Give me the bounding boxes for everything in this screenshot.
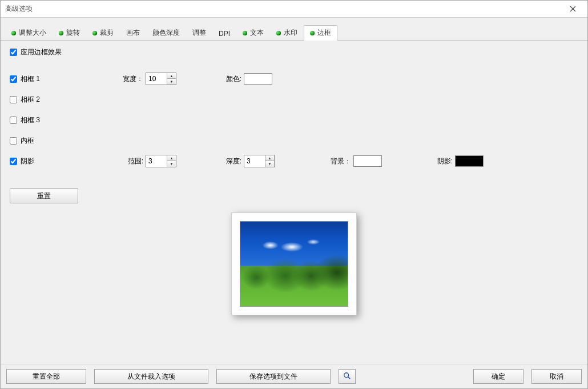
width-down-button[interactable]: ▼ bbox=[167, 79, 176, 85]
depth-label: 深度: bbox=[216, 157, 244, 166]
tab-color-depth[interactable]: 颜色深度 bbox=[146, 25, 186, 40]
status-dot-icon bbox=[310, 31, 315, 35]
range-down-button[interactable]: ▼ bbox=[167, 161, 176, 167]
depth-spinner[interactable]: ▲ ▼ bbox=[244, 155, 275, 167]
color-swatch[interactable] bbox=[244, 73, 272, 85]
tab-watermark[interactable]: 水印 bbox=[270, 25, 304, 40]
width-spinner[interactable]: ▲ ▼ bbox=[146, 73, 176, 85]
cancel-button[interactable]: 取消 bbox=[531, 369, 582, 384]
range-spinner[interactable]: ▲ ▼ bbox=[146, 155, 176, 167]
tab-canvas[interactable]: 画布 bbox=[120, 25, 146, 40]
bg-label: 背景： bbox=[326, 157, 353, 166]
width-label: 宽度： bbox=[118, 74, 146, 84]
tab-border[interactable]: 边框 bbox=[304, 25, 337, 41]
color-label: 颜色: bbox=[216, 74, 244, 84]
reset-all-button[interactable]: 重置全部 bbox=[6, 369, 86, 384]
close-button[interactable] bbox=[561, 1, 584, 17]
shadow-color-label: 阴影: bbox=[428, 157, 455, 166]
bottom-bar: 重置全部 从文件载入选项 保存选项到文件 确定 取消 bbox=[1, 364, 587, 388]
ok-button[interactable]: 确定 bbox=[473, 369, 523, 384]
tab-rotate[interactable]: 旋转 bbox=[53, 25, 86, 40]
svg-point-0 bbox=[344, 372, 349, 377]
reset-button[interactable]: 重置 bbox=[10, 189, 78, 203]
status-dot-icon bbox=[59, 31, 63, 35]
load-from-file-button[interactable]: 从文件载入选项 bbox=[94, 369, 208, 384]
apply-border-label: 应用边框效果 bbox=[21, 47, 62, 57]
depth-down-button[interactable]: ▼ bbox=[265, 161, 274, 167]
range-label: 范围: bbox=[118, 157, 146, 166]
svg-line-1 bbox=[348, 376, 351, 379]
tab-adjust[interactable]: 调整 bbox=[186, 25, 212, 40]
preview-area bbox=[10, 212, 578, 315]
tabbar: 调整大小 旋转 裁剪 画布 颜色深度 调整 DPI 文本 水印 边框 bbox=[1, 18, 587, 41]
tab-text[interactable]: 文本 bbox=[236, 25, 270, 40]
shadow-color-swatch[interactable] bbox=[455, 155, 484, 167]
tab-resize[interactable]: 调整大小 bbox=[5, 25, 53, 40]
titlebar: 高级选项 bbox=[1, 1, 587, 18]
advanced-options-dialog: 高级选项 调整大小 旋转 裁剪 画布 颜色深度 调整 DPI 文本 水印 边框 … bbox=[0, 0, 588, 389]
shadow-label: 阴影 bbox=[21, 157, 34, 166]
tab-crop[interactable]: 裁剪 bbox=[86, 25, 120, 40]
bg-swatch[interactable] bbox=[353, 155, 382, 167]
shadow-checkbox[interactable] bbox=[10, 158, 17, 165]
depth-input[interactable] bbox=[244, 155, 265, 167]
save-to-file-button[interactable]: 保存选项到文件 bbox=[216, 369, 331, 384]
depth-up-button[interactable]: ▲ bbox=[265, 155, 274, 161]
status-dot-icon bbox=[11, 31, 16, 35]
tab-content: 应用边框效果 相框 1 宽度： ▲ ▼ 颜色: bbox=[1, 41, 587, 364]
frame-2-label: 相框 2 bbox=[21, 95, 40, 105]
frame-1-label: 相框 1 bbox=[21, 74, 40, 84]
width-up-button[interactable]: ▲ bbox=[167, 73, 176, 79]
apply-border-checkbox[interactable] bbox=[10, 49, 17, 56]
frame-3-checkbox[interactable] bbox=[10, 117, 17, 124]
range-up-button[interactable]: ▲ bbox=[167, 155, 176, 161]
status-dot-icon bbox=[243, 31, 247, 35]
frame-1-checkbox[interactable] bbox=[10, 75, 17, 83]
preview-image bbox=[240, 221, 348, 307]
inner-frame-checkbox[interactable] bbox=[10, 137, 17, 145]
status-dot-icon bbox=[92, 31, 97, 35]
window-title: 高级选项 bbox=[5, 4, 561, 14]
preview-frame bbox=[231, 212, 357, 315]
range-input[interactable] bbox=[146, 155, 167, 167]
frame-3-label: 相框 3 bbox=[21, 115, 40, 125]
preview-zoom-button[interactable] bbox=[339, 369, 356, 384]
width-input[interactable] bbox=[146, 73, 167, 85]
status-dot-icon bbox=[276, 31, 281, 35]
frame-2-checkbox[interactable] bbox=[10, 96, 17, 103]
tab-dpi[interactable]: DPI bbox=[212, 27, 236, 40]
magnifier-icon bbox=[343, 372, 351, 382]
inner-frame-label: 内框 bbox=[21, 136, 34, 146]
